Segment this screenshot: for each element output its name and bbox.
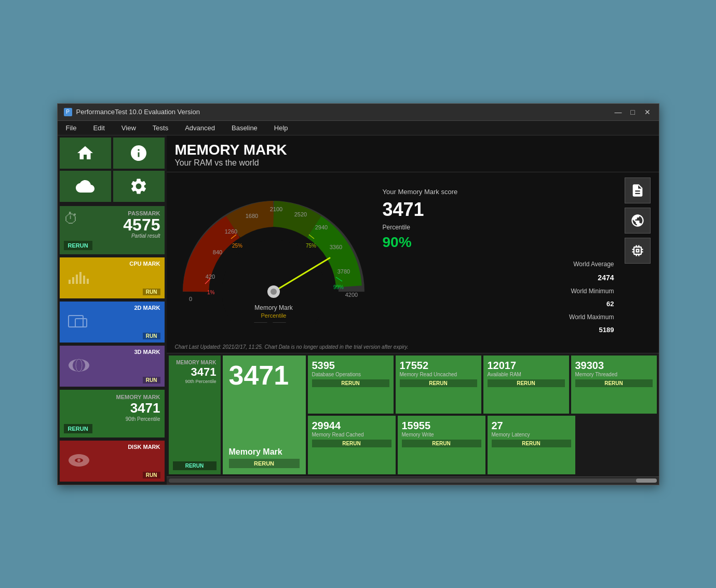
info-button[interactable]	[113, 138, 165, 169]
metrics-row-2: 29944 Memory Read Cached RERUN 15955 Mem…	[308, 416, 657, 474]
metrics-placeholder	[577, 416, 657, 474]
memory-read-cached-rerun-button[interactable]: RERUN	[312, 440, 391, 447]
hardware-icon-button[interactable]	[625, 238, 651, 264]
2d-mark-run-button[interactable]: RUN	[143, 333, 160, 339]
window-controls: — □ ✕	[613, 107, 653, 117]
score-label: Your Memory Mark score	[383, 188, 614, 196]
disk-mark-run-button[interactable]: RUN	[143, 472, 160, 478]
metrics-area: MEMORY MARK 3471 90th Percentile RERUN 3…	[167, 353, 659, 476]
memory-latency-label: Memory Latency	[492, 432, 571, 437]
mm-score-pct: 90th Percentile	[173, 379, 217, 384]
memory-read-uncached-card[interactable]: 17552 Memory Read Uncached RERUN	[396, 355, 481, 414]
svg-text:1680: 1680	[245, 213, 258, 219]
3d-mark-run-button[interactable]: RUN	[143, 377, 160, 384]
memory-read-cached-score: 29944	[312, 420, 391, 432]
scroll-bar[interactable]	[167, 476, 659, 485]
report-icon-button[interactable]	[625, 177, 651, 203]
metrics-row-1: 5395 Database Operations RERUN 17552 Mem…	[308, 355, 657, 414]
mm-score-value: 3471	[173, 365, 217, 379]
memory-read-cached-label: Memory Read Cached	[312, 432, 391, 437]
svg-text:99%: 99%	[333, 284, 344, 290]
menu-view[interactable]: View	[119, 123, 138, 133]
menu-tests[interactable]: Tests	[151, 123, 170, 133]
sidebar: ⏱ PASSMARK 4575 Partial result RERUN CPU…	[58, 135, 167, 485]
cloud-button[interactable]	[60, 171, 111, 202]
database-ops-card[interactable]: 5395 Database Operations RERUN	[308, 355, 394, 414]
minimize-button[interactable]: —	[613, 107, 624, 117]
memory-mark-sidebar-card[interactable]: MEMORY MARK 3471 90th Percentile RERUN	[60, 390, 165, 437]
menu-edit[interactable]: Edit	[91, 123, 106, 133]
menu-file[interactable]: File	[64, 123, 79, 133]
report-icon	[630, 183, 645, 198]
cpu-mark-card[interactable]: CPU MARK RUN	[60, 257, 165, 298]
2d-mark-card[interactable]: 2D MARK RUN	[60, 302, 165, 343]
memory-threaded-rerun-button[interactable]: RERUN	[575, 379, 653, 387]
available-ram-card[interactable]: 12017 Available RAM RERUN	[483, 355, 569, 414]
home-button[interactable]	[60, 138, 111, 169]
svg-text:1260: 1260	[224, 228, 237, 235]
memory-threaded-label: Memory Threaded	[575, 372, 653, 377]
world-maximum-value: 5189	[383, 323, 614, 337]
score-value: 3471	[383, 199, 614, 221]
memory-mark-big-card[interactable]: 3471 Memory Mark RERUN	[223, 355, 306, 474]
disk-mark-label: DISK MARK	[128, 444, 160, 450]
globe-icon-button[interactable]	[625, 208, 651, 234]
svg-rect-3	[79, 272, 82, 284]
3d-icon	[66, 358, 92, 373]
memory-latency-rerun-button[interactable]: RERUN	[492, 440, 571, 447]
menu-baseline[interactable]: Baseline	[229, 123, 260, 133]
svg-rect-0	[69, 280, 71, 284]
disk-mark-card[interactable]: DISK MARK RUN	[60, 441, 165, 482]
world-average-value: 2474	[383, 270, 614, 285]
world-average-label: World Average	[383, 258, 614, 270]
database-ops-score: 5395	[312, 360, 389, 372]
mm-sidebar-score-card[interactable]: MEMORY MARK 3471 90th Percentile RERUN	[169, 355, 221, 474]
memory-mark-big-rerun-button[interactable]: RERUN	[229, 459, 300, 468]
percentile-value: 90%	[383, 234, 614, 251]
2d-icon	[66, 313, 92, 329]
mm-score-title: MEMORY MARK	[173, 360, 217, 365]
3d-mark-card[interactable]: 3D MARK RUN	[60, 346, 165, 387]
memory-read-uncached-rerun-button[interactable]: RERUN	[400, 379, 477, 387]
world-stats: World Average 2474 World Minimum 62 Worl…	[383, 258, 614, 337]
svg-rect-7	[75, 319, 87, 327]
available-ram-score: 12017	[488, 360, 565, 372]
percentile-label: Percentile	[383, 224, 614, 231]
menu-help[interactable]: Help	[272, 123, 290, 133]
memory-read-cached-card[interactable]: 29944 Memory Read Cached RERUN	[308, 416, 396, 474]
svg-rect-5	[87, 279, 89, 284]
memory-latency-card[interactable]: 27 Memory Latency RERUN	[488, 416, 575, 474]
memory-mark-sidebar-score: 3471	[64, 400, 160, 416]
settings-button[interactable]	[113, 171, 165, 202]
memory-read-uncached-label: Memory Read Uncached	[400, 372, 477, 377]
svg-text:0: 0	[188, 296, 192, 302]
close-button[interactable]: ✕	[642, 107, 653, 117]
svg-rect-2	[76, 275, 78, 284]
passmark-rerun-button[interactable]: RERUN	[64, 241, 92, 250]
database-ops-label: Database Operations	[312, 372, 389, 377]
header-area: MEMORY MARK Your RAM vs the world	[167, 135, 659, 172]
home-icon	[76, 144, 94, 162]
mm-score-rerun-button[interactable]: RERUN	[173, 461, 217, 470]
passmark-card[interactable]: ⏱ PASSMARK 4575 Partial result RERUN	[60, 206, 165, 254]
sidebar-top-icons	[60, 138, 165, 202]
svg-text:Memory Mark: Memory Mark	[254, 304, 293, 311]
database-ops-rerun-button[interactable]: RERUN	[312, 379, 389, 387]
svg-rect-4	[83, 276, 85, 284]
world-minimum-label: World Minimum	[383, 285, 614, 297]
available-ram-label: Available RAM	[488, 372, 565, 377]
available-ram-rerun-button[interactable]: RERUN	[488, 379, 565, 387]
memory-write-rerun-button[interactable]: RERUN	[402, 440, 481, 447]
3d-mark-label: 3D MARK	[134, 349, 160, 355]
svg-point-9	[73, 359, 85, 372]
maximize-button[interactable]: □	[628, 107, 638, 117]
cloud-icon	[76, 177, 94, 196]
menu-advanced[interactable]: Advanced	[183, 123, 217, 133]
svg-rect-1	[72, 277, 74, 284]
memory-mark-rerun-button[interactable]: RERUN	[64, 424, 92, 433]
memory-threaded-card[interactable]: 39303 Memory Threaded RERUN	[571, 355, 657, 414]
scroll-thumb[interactable]	[636, 478, 657, 483]
window-title: PerformanceTest 10.0 Evaluation Version	[76, 108, 200, 116]
cpu-mark-run-button[interactable]: RUN	[143, 289, 160, 295]
memory-write-card[interactable]: 15955 Memory Write RERUN	[398, 416, 485, 474]
